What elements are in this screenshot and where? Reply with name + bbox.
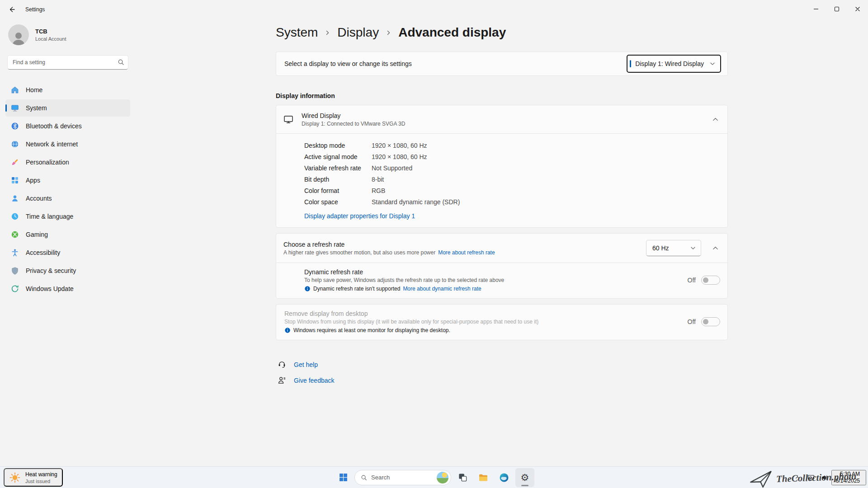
sidebar-item-accounts[interactable]: Accounts [5,190,130,207]
select-display-label: Select a display to view or change its s… [284,60,412,67]
clock[interactable]: 5:30 AM 6/14/2025 [831,470,866,485]
display-name: Wired Display [302,112,699,119]
search-highlight-image [437,472,448,483]
edge-icon [499,473,509,483]
collapse-refresh-rate-button[interactable] [708,240,723,256]
sidebar-item-time-language[interactable]: Time & language [5,208,130,225]
remove-display-state: Off [688,318,696,325]
sidebar-item-gaming[interactable]: Gaming [5,226,130,243]
accessibility-person-icon [11,249,19,257]
window-controls [806,0,868,18]
volume-tray-button[interactable] [818,468,831,487]
sidebar-item-network-internet[interactable]: Network & internet [5,136,130,153]
settings-app-button[interactable]: ⚙ [515,468,534,487]
heat-warning-icon [9,472,21,483]
display-select-dropdown[interactable]: Display 1: Wired Display [627,55,721,73]
row-value: 8-bit [372,174,384,185]
give-feedback-link[interactable]: Give feedback [294,377,335,384]
nav-label: Apps [26,177,40,184]
info-icon [284,327,291,333]
more-about-dynamic-refresh-rate-link[interactable]: More about dynamic refresh rate [403,286,481,292]
remove-display-card: Remove display from desktop Stop Windows… [276,304,728,340]
start-button[interactable] [334,468,353,487]
clock-icon [11,212,19,221]
hidden-icons-button[interactable] [791,468,804,487]
display-adapter-properties-link[interactable]: Display adapter properties for Display 1 [304,212,415,220]
row-value: Not Supported [372,163,412,174]
task-view-icon [458,473,467,482]
dynamic-refresh-rate-toggle[interactable] [701,276,720,285]
info-row-color-space: Color spaceStandard dynamic range (SDR) [304,197,720,208]
monitor-icon [283,114,293,124]
display-information-card: Wired Display Display 1: Connected to VM… [276,105,728,228]
collapse-display-info-button[interactable] [708,112,723,127]
search-icon [361,474,367,481]
system-tray: 5:30 AM 6/14/2025 [791,467,866,488]
nav-label: Privacy & security [26,267,76,274]
info-row-active-signal-mode: Active signal mode1920 × 1080, 60 Hz [304,151,720,163]
remove-display-info: Windows requires at least one monitor fo… [293,327,450,333]
help-links: Get help Give feedback [276,360,728,385]
network-tray-button[interactable] [804,468,818,487]
get-help-link[interactable]: Get help [294,361,318,368]
select-display-card: Select a display to view or change its s… [276,52,728,76]
breadcrumb-system[interactable]: System [276,25,318,40]
sidebar-item-system[interactable]: System [5,99,130,117]
dynamic-refresh-rate-info: Dynamic refresh rate isn't supported [313,286,400,292]
info-row-variable-refresh-rate: Variable refresh rateNot Supported [304,163,720,174]
sidebar-item-privacy-security[interactable]: Privacy & security [5,262,130,279]
sidebar-item-windows-update[interactable]: Windows Update [5,280,130,297]
display-select-value: Display 1: Wired Display [635,60,704,67]
maximize-button[interactable] [826,0,847,18]
back-button[interactable] [4,2,21,17]
search-input[interactable] [7,55,128,70]
sidebar-item-bluetooth-devices[interactable]: Bluetooth & devices [5,117,130,135]
breadcrumb: System Display Advanced display [276,25,728,40]
avatar [8,24,29,45]
home-icon [11,86,19,94]
page-title: Advanced display [398,25,506,40]
taskbar-search-box[interactable]: Search [354,470,451,485]
refresh-rate-dropdown[interactable]: 60 Hz [646,240,701,256]
remove-display-toggle[interactable] [701,317,720,326]
sidebar-item-home[interactable]: Home [5,81,130,99]
get-help-icon [278,360,286,369]
give-feedback-icon [278,376,286,385]
breadcrumb-display[interactable]: Display [337,25,379,40]
account-block[interactable]: TCB Local Account [5,22,130,55]
more-about-refresh-rate-link[interactable]: More about refresh rate [438,249,495,256]
row-value: 1920 × 1080, 60 Hz [372,140,427,151]
info-row-desktop-mode: Desktop mode1920 × 1080, 60 Hz [304,140,720,151]
dynamic-refresh-rate-title: Dynamic refresh rate [304,268,688,276]
sidebar-item-apps[interactable]: Apps [5,172,130,189]
sidebar-item-accessibility[interactable]: Accessibility [5,244,130,261]
refresh-rate-title: Choose a refresh rate [283,241,640,248]
system-icon [11,104,19,112]
brush-icon [11,158,19,166]
nav-label: Windows Update [26,285,74,292]
nav-label: System [26,104,47,112]
row-label: Color format [304,185,372,197]
minimize-button[interactable] [806,0,826,18]
edge-browser-button[interactable] [495,468,514,487]
display-connection: Display 1: Connected to VMware SVGA 3D [302,121,699,127]
speaker-icon [821,474,828,481]
tray-date: 6/14/2025 [836,478,860,484]
file-explorer-button[interactable] [474,468,493,487]
person-icon [11,194,19,202]
account-name: TCB [35,28,66,35]
nav-label: Accessibility [26,249,60,256]
chevron-right-icon [386,30,392,36]
titlebar: Settings [0,0,868,19]
sidebar-item-personalization[interactable]: Personalization [5,154,130,171]
widget-subline: Just issued [25,479,57,484]
maximize-icon [833,5,840,13]
settings-gear-icon: ⚙ [521,473,529,482]
widgets-button[interactable]: Heat warning Just issued [4,468,63,487]
display-information-header[interactable]: Wired Display Display 1: Connected to VM… [276,105,727,133]
shield-icon [11,267,19,275]
task-view-button[interactable] [453,468,472,487]
info-icon [304,286,311,292]
chevron-up-icon [795,475,800,480]
close-button[interactable] [847,0,868,18]
